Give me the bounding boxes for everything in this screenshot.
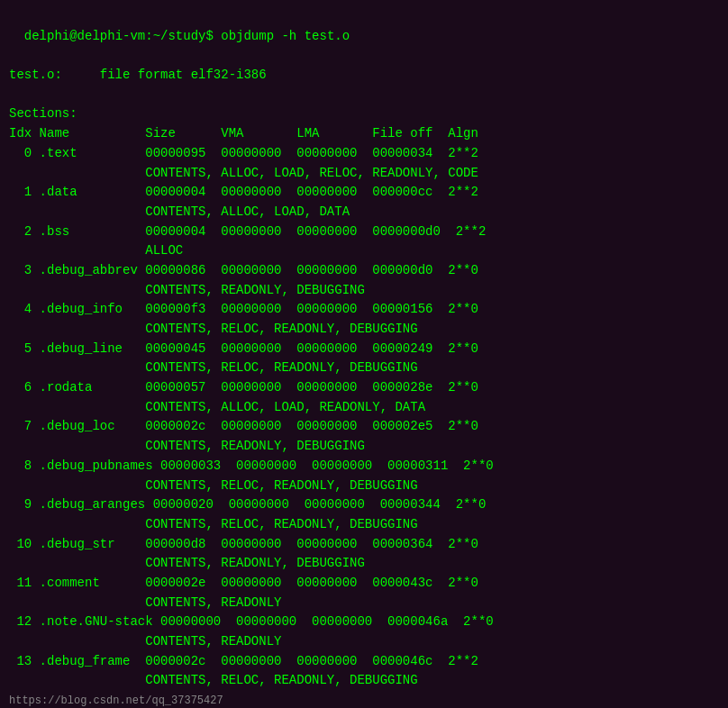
output-line: 1 .data 00000004 00000000 00000000 00000… bbox=[9, 185, 478, 199]
output-line: 9 .debug_aranges 00000020 00000000 00000… bbox=[9, 497, 486, 512]
output-line: 5 .debug_line 00000045 00000000 00000000… bbox=[9, 341, 478, 356]
output-line: CONTENTS, RELOC, READONLY, DEBUGGING bbox=[9, 478, 418, 493]
watermark: https://blog.csdn.net/qq_37375427 bbox=[9, 694, 223, 707]
terminal-window: delphi@delphi-vm:~/study$ objdump -h tes… bbox=[9, 7, 719, 701]
output-line: CONTENTS, RELOC, READONLY, DEBUGGING bbox=[9, 517, 418, 531]
output-line: 12 .note.GNU-stack 00000000 00000000 000… bbox=[9, 614, 494, 629]
output-line: CONTENTS, READONLY bbox=[9, 595, 281, 610]
output-line: CONTENTS, READONLY, DEBUGGING bbox=[9, 283, 365, 297]
output-line: CONTENTS, RELOC, READONLY, DEBUGGING bbox=[9, 322, 418, 336]
output-line: CONTENTS, ALLOC, LOAD, DATA bbox=[9, 204, 350, 219]
output-line: CONTENTS, RELOC, READONLY, DEBUGGING bbox=[9, 673, 418, 687]
output-line: 0 .text 00000095 00000000 00000000 00000… bbox=[9, 146, 478, 160]
output-line: Idx Name Size VMA LMA File off Algn bbox=[9, 126, 478, 141]
output-line: 6 .rodata 00000057 00000000 00000000 000… bbox=[9, 380, 478, 395]
output-line: ALLOC bbox=[9, 243, 183, 258]
output-line: Sections: bbox=[9, 106, 77, 121]
output-line: CONTENTS, READONLY bbox=[9, 634, 281, 649]
output-line: 8 .debug_pubnames 00000033 00000000 0000… bbox=[9, 458, 494, 473]
prompt: delphi@delphi-vm:~/study$ bbox=[24, 29, 214, 43]
terminal-content: delphi@delphi-vm:~/study$ objdump -h tes… bbox=[9, 29, 494, 707]
output-line: 13 .debug_frame 0000002c 00000000 000000… bbox=[9, 654, 478, 668]
output-line: CONTENTS, ALLOC, LOAD, RELOC, READONLY, … bbox=[9, 166, 478, 180]
output-line: 3 .debug_abbrev 00000086 00000000 000000… bbox=[9, 263, 478, 277]
output-line: CONTENTS, RELOC, READONLY, DEBUGGING bbox=[9, 360, 418, 375]
output-line: CONTENTS, READONLY, DEBUGGING bbox=[9, 556, 365, 570]
prompt-line: delphi@delphi-vm:~/study$ objdump -h tes… bbox=[24, 29, 350, 43]
output-line: 11 .comment 0000002e 00000000 00000000 0… bbox=[9, 576, 478, 590]
output-line: 7 .debug_loc 0000002c 00000000 00000000 … bbox=[9, 419, 478, 433]
output-line: 2 .bss 00000004 00000000 00000000 000000… bbox=[9, 224, 486, 239]
output-line: CONTENTS, ALLOC, LOAD, READONLY, DATA bbox=[9, 400, 425, 414]
output-line: CONTENTS, READONLY, DEBUGGING bbox=[9, 439, 365, 453]
output-line: 10 .debug_str 000000d8 00000000 00000000… bbox=[9, 537, 478, 551]
output-line: test.o: file format elf32-i386 bbox=[9, 68, 267, 82]
command: objdump -h test.o bbox=[214, 29, 350, 43]
output-line: 4 .debug_info 000000f3 00000000 00000000… bbox=[9, 302, 478, 316]
